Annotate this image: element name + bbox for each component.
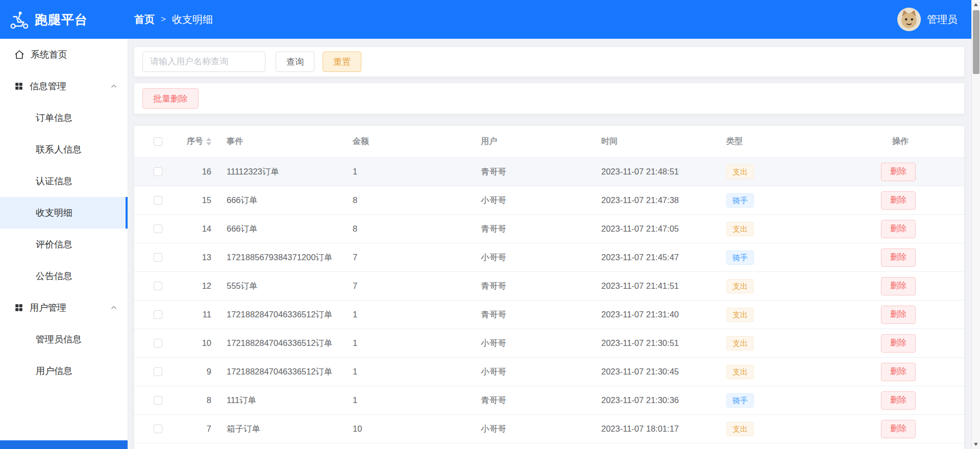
sidebar-group-user-management[interactable]: 用户管理 [0,292,128,323]
user-name: 管理员 [927,13,958,27]
delete-button[interactable]: 删除 [881,334,916,353]
cell-id: 7 [175,424,218,434]
sidebar-item-auth-info[interactable]: 认证信息 [0,165,128,197]
table-row: 12 555订单 7 青哥哥 2023-11-07 21:41:51 支出 删除 [134,272,964,301]
table-row: 9 1721882847046336512订单 1 小哥哥 2023-11-07… [134,358,964,386]
cell-id: 16 [175,167,218,177]
sidebar-item-label: 系统首页 [31,48,67,61]
cell-id: 11 [175,310,218,319]
table-row: 10 1721882847046336512订单 1 小哥哥 2023-11-0… [134,329,964,358]
batch-delete-button[interactable]: 批量删除 [142,88,199,109]
delete-button[interactable]: 删除 [881,391,916,410]
type-tag: 支出 [726,279,754,293]
cell-user: 小哥哥 [473,338,593,349]
cell-amount: 10 [345,424,473,434]
sidebar-item-user-info[interactable]: 用户信息 [0,355,128,387]
row-checkbox[interactable] [154,425,162,433]
user-area[interactable]: 管理员 [897,8,980,31]
cell-amount: 1 [345,367,473,377]
cell-event: 111订单 [218,395,345,406]
table-row: 7 箱子订单 10 小哥哥 2023-11-07 18:01:17 支出 删除 [134,415,964,443]
reset-button[interactable]: 重置 [323,52,361,72]
sidebar-item-admin-info[interactable]: 管理员信息 [0,323,128,355]
cell-time: 2023-11-07 21:48:51 [593,167,718,177]
cell-user: 小哥哥 [473,423,593,435]
row-checkbox[interactable] [154,196,162,205]
select-all-checkbox[interactable] [154,137,162,146]
cell-id: 9 [175,367,218,377]
sort-caret-up-icon[interactable] [206,138,211,141]
sort-caret-down-icon[interactable] [206,142,211,145]
scrollbar-down-arrow-icon[interactable] [972,440,980,449]
cell-time: 2023-11-07 21:45:47 [593,253,718,262]
delete-button[interactable]: 删除 [881,191,916,210]
breadcrumb-separator-icon: > [161,14,166,24]
row-checkbox[interactable] [154,224,162,233]
cell-event: 11112323订单 [218,166,345,178]
scrollbar-up-arrow-icon[interactable] [972,0,980,9]
cell-amount: 8 [345,224,473,234]
column-header-user: 用户 [473,136,593,147]
row-checkbox[interactable] [154,367,162,376]
sidebar-group-label: 用户管理 [30,302,66,314]
avatar[interactable] [897,8,921,31]
breadcrumb: 首页 > 收支明细 [134,13,213,27]
search-input[interactable] [142,52,265,72]
row-checkbox[interactable] [154,253,162,262]
delete-button[interactable]: 删除 [881,220,916,238]
row-checkbox[interactable] [154,310,162,319]
type-tag: 骑手 [726,193,754,208]
column-header-id[interactable]: 序号 [175,136,218,147]
breadcrumb-current: 收支明细 [172,13,213,27]
delete-button[interactable]: 删除 [881,248,916,267]
sidebar-item-label: 公告信息 [36,270,72,282]
sidebar-item-contact-info[interactable]: 联系人信息 [0,134,128,165]
row-checkbox[interactable] [154,396,162,405]
logo: 跑腿平台 [0,9,128,30]
cell-amount: 8 [345,195,473,205]
cell-event: 箱子订单 [218,423,345,435]
sidebar-collapse-bar[interactable] [0,440,128,449]
column-header-label: 序号 [187,136,203,147]
sidebar-group-info-management[interactable]: 信息管理 [0,70,128,102]
sidebar-item-notice-info[interactable]: 公告信息 [0,260,128,292]
cell-amount: 1 [345,167,473,177]
row-checkbox[interactable] [154,167,162,176]
batch-card: 批量删除 [134,83,964,114]
sidebar: 系统首页 信息管理 订单信息 联系人信息 [0,39,128,449]
sidebar-item-income-expense[interactable]: 收支明细 [0,197,128,229]
cell-event: 1721882847046336512订单 [218,309,345,320]
vertical-scrollbar[interactable] [971,0,980,449]
cell-user: 青哥哥 [473,309,593,320]
column-header-type: 类型 [718,136,873,147]
cell-event: 666订单 [218,223,345,235]
scooter-icon [8,9,30,30]
type-tag: 支出 [726,336,754,351]
sidebar-item-system-home[interactable]: 系统首页 [0,39,128,70]
cell-time: 2023-11-07 21:47:05 [593,224,718,234]
cell-time: 2023-11-07 21:30:45 [593,367,718,377]
cell-event: 1721882847046336512订单 [218,338,345,349]
cell-amount: 1 [345,310,473,319]
row-checkbox[interactable] [154,339,162,347]
column-header-actions: 操作 [873,136,964,147]
cell-user: 青哥哥 [473,395,593,406]
cell-id: 14 [175,224,218,234]
sidebar-item-review-info[interactable]: 评价信息 [0,229,128,260]
sidebar-item-order-info[interactable]: 订单信息 [0,102,128,134]
query-button[interactable]: 查询 [276,52,314,72]
sort-carets-icon[interactable] [206,138,211,145]
delete-button[interactable]: 删除 [881,277,916,295]
delete-button[interactable]: 删除 [881,306,916,324]
table-row: 14 666订单 8 青哥哥 2023-11-07 21:47:05 支出 删除 [134,215,964,243]
delete-button[interactable]: 删除 [881,163,916,181]
page-body: 系统首页 信息管理 订单信息 联系人信息 [0,39,980,449]
breadcrumb-home[interactable]: 首页 [134,13,155,27]
table-body: 16 11112323订单 1 青哥哥 2023-11-07 21:48:51 … [134,158,964,443]
delete-button[interactable]: 删除 [881,420,916,438]
table-row: 11 1721882847046336512订单 1 青哥哥 2023-11-0… [134,301,964,329]
scrollbar-thumb[interactable] [973,10,979,74]
delete-button[interactable]: 删除 [881,363,916,381]
row-checkbox[interactable] [154,282,162,290]
type-tag: 骑手 [726,251,754,265]
